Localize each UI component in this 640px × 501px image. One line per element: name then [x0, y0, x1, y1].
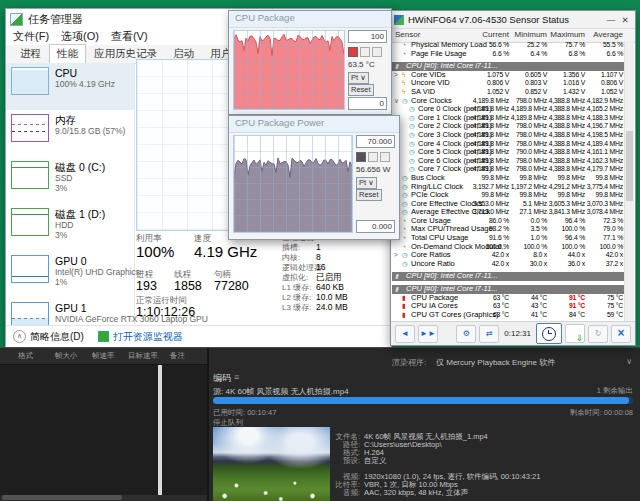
sensor-row[interactable]: >ϟCore VIDs1.075 V0.605 V1.356 V1.107 V [391, 71, 635, 80]
configure-sensors-button[interactable]: ⚙ [456, 325, 476, 343]
minimize-icon[interactable]: — [604, 15, 618, 25]
sensor-row[interactable]: ▮CPU IA Cores63 °C43 °C91 °C75 °C [391, 302, 635, 311]
graph2-pt-button[interactable]: Pt ∨ [356, 177, 377, 189]
sensor-row[interactable]: ◷Core 7 Clock (perf #1)4,189.8 MHz798.0 … [391, 165, 635, 174]
close-sensors-button[interactable]: × [611, 325, 631, 343]
sensor-row[interactable]: ◷Bus Clock99.8 MHz99.8 MHz99.8 MHz99.8 M… [391, 174, 635, 183]
sensor-row[interactable]: ◷Core 4 Clock (perf #1)4,189.8 MHz798.0 … [391, 140, 635, 149]
sensor-row[interactable]: ◷PCIe Clock99.8 MHz99.8 MHz99.8 MHz99.8 … [391, 191, 635, 200]
sensor-row[interactable]: ◔On-Demand Clock Modulat...100.0 %100.0 … [391, 243, 635, 252]
hscroll-thumb[interactable] [2, 495, 122, 500]
queue-col-4[interactable]: 备注 [170, 351, 185, 361]
sensor-name: CPU IA Cores [411, 302, 505, 311]
expand-icon[interactable]: > [394, 251, 398, 260]
report-log-button[interactable] [565, 324, 585, 343]
sensor-section-header[interactable]: CPU [#0]: Intel Core i7-11... [392, 62, 625, 71]
cpu-package-graph-window[interactable]: CPU Package 100 63.5 °C Pt ∨Reset 0 [228, 10, 392, 115]
sidebar-item-disk1[interactable]: 磁盘 1 (D:)HDD3% [6, 204, 134, 251]
sensor-row[interactable]: ▮CPU GT Cores (Graphics)63 °C41 °C84 °C5… [391, 311, 635, 320]
sidebar-item-subtitle: SSD [55, 173, 105, 183]
graph2-option-box2[interactable] [380, 152, 390, 162]
sidebar-item-cpu[interactable]: CPU100% 4.19 GHz [6, 63, 134, 110]
sensor-scrollbar[interactable] [624, 41, 634, 321]
tab-processes[interactable]: 进程 [12, 44, 49, 63]
graph1-max-field[interactable]: 100 [348, 30, 387, 43]
sensor-sync-button[interactable]: ⇄ [479, 325, 499, 343]
sensor-row[interactable]: ◷Average Effective Clock3,713.0 MHz27.1 … [391, 208, 635, 217]
sensor-section-header[interactable]: CPU [#0]: Intel Core i7-11... [392, 285, 625, 294]
sensor-row[interactable]: ◷Core 1 Clock (perf #1)4,189.8 MHz4,189.… [391, 114, 635, 123]
sensor-row[interactable]: ∨◷Core Clocks4,189.8 MHz798.0 MHz4,388.8… [391, 97, 635, 106]
menu-view[interactable]: 查看(V) [111, 30, 148, 42]
sensor-row[interactable]: ◔Total CPU Usage91.6 %1.0 %96.4 %77.1 % [391, 234, 635, 243]
pct-icon: ◔ [402, 50, 406, 59]
sensor-row[interactable]: ◔Max CPU/Thread Usage98.2 %3.5 %100.0 %7… [391, 225, 635, 234]
sensor-row[interactable]: ◔Page File Usage6.6 %6.4 %6.8 %6.6 % [391, 50, 635, 59]
graph1-min-field[interactable]: 0 [348, 97, 387, 110]
col-current[interactable]: Current [482, 30, 509, 39]
queue-col-2[interactable]: 帧速率 [92, 351, 115, 361]
tab-performance[interactable]: 性能 [49, 44, 86, 63]
logging-clock-button[interactable] [536, 323, 562, 344]
chevron-down-icon[interactable]: ∨ [626, 357, 632, 366]
hwinfo-titlebar[interactable]: HWiNFO64 v7.06-4530 Sensor Status — ✕ [391, 11, 635, 29]
sensor-row[interactable]: >◷Core Effective Clocks3,553.0 MHz5.1 MH… [391, 200, 635, 209]
expand-icon[interactable]: > [394, 71, 398, 80]
col-sensor[interactable]: Sensor [395, 30, 420, 39]
sensor-row[interactable]: ◷Core 3 Clock (perf #1)4,189.8 MHz798.0 … [391, 131, 635, 140]
graph2-max-field[interactable]: 70.000 [356, 135, 395, 148]
sensor-row[interactable]: ϟUncore VID0.806 V0.803 V1.016 V0.806 V [391, 79, 635, 88]
panel-menu-icon[interactable]: ≡ [234, 372, 239, 382]
menu-options[interactable]: 选项(O) [61, 30, 99, 42]
nav-back-button[interactable]: ◄ [395, 325, 415, 343]
resource-monitor-link[interactable]: 打开资源监视器 [113, 330, 183, 344]
graph2-option-box[interactable] [368, 152, 378, 162]
col-average[interactable]: Average [593, 30, 623, 39]
cpu-package-power-graph-window[interactable]: CPU Package Power 70.000 56.656 W Pt ∨Re… [228, 115, 400, 240]
menu-file[interactable]: 文件(F) [13, 30, 49, 42]
nav-forward-button[interactable]: ►► [418, 325, 438, 343]
queue-horizontal-scrollbar[interactable] [2, 495, 157, 500]
col-maximum[interactable]: Maximum [550, 30, 585, 39]
clk-icon: ◷ [409, 131, 415, 140]
less-details-link[interactable]: 简略信息(D) [30, 330, 84, 344]
graph1-option-box[interactable] [360, 47, 370, 57]
sensor-row[interactable]: ◷Ring/LLC Clock3,192.7 MHz1,197.2 MHz4,2… [391, 183, 635, 192]
graph1-reset-button[interactable]: Reset [348, 84, 374, 96]
graph1-color-swatch[interactable] [348, 47, 358, 57]
sensor-row[interactable]: >◔Core Usage86.0 %0.0 %96.4 %72.3 % [391, 217, 635, 226]
sidebar-item-gpu0[interactable]: GPU 0Intel(R) UHD Graphics1% [6, 251, 134, 298]
queue-col-3[interactable]: 目标速率 [128, 351, 158, 361]
maximum-value: 4,388.8 MHz [549, 97, 585, 106]
sensor-row[interactable]: ◷Core 2 Clock (perf #1)4,189.8 MHz798.0 … [391, 122, 635, 131]
graph2-reset-button[interactable]: Reset [356, 189, 382, 201]
sidebar-item-disk0[interactable]: 磁盘 0 (C:)SSD3% [6, 157, 134, 204]
sensor-section-header[interactable]: CPU [#0]: Intel Core i7-11... [392, 272, 625, 281]
reset-values-button[interactable]: ↻ [588, 325, 608, 343]
use-icon: ◔ [402, 234, 406, 243]
close-icon[interactable]: ✕ [618, 15, 632, 25]
graph2-color-swatch[interactable] [356, 152, 366, 162]
scrollbar-thumb[interactable] [626, 131, 633, 201]
sensor-row[interactable]: ◷Core 0 Clock (perf #1)4,189.8 MHz4,189.… [391, 105, 635, 114]
queue-vertical-scrollbar[interactable] [158, 365, 162, 495]
sensor-row[interactable]: ◔Physical Memory Load56.6 %25.2 %75.7 %5… [391, 41, 635, 50]
sensor-row[interactable]: ▮CPU Package63 °C44 °C91 °C75 °C [391, 294, 635, 303]
sensor-row[interactable]: >◷Core Ratios42.0 x8.0 x44.0 x42.0 x [391, 251, 635, 260]
graph1-option-box2[interactable] [372, 47, 382, 57]
queue-col-1[interactable]: 帧大小 [55, 351, 78, 361]
sensor-name: Page File Usage [411, 50, 505, 59]
sidebar-item-memory[interactable]: 内存9.0/15.8 GB (57%) [6, 110, 134, 157]
queue-list[interactable] [0, 364, 207, 495]
graph1-pt-button[interactable]: Pt ∨ [348, 72, 369, 84]
expand-icon[interactable]: ∨ [394, 97, 399, 106]
sensor-row[interactable]: ◷Core 5 Clock (perf #1)4,189.8 MHz790.0 … [391, 148, 635, 157]
col-minimum[interactable]: Minimum [515, 30, 547, 39]
average-value: 0.806 V [601, 79, 623, 88]
queue-col-0[interactable]: 格式 [18, 351, 33, 361]
graph2-min-field[interactable]: 0.000 [356, 220, 395, 233]
sensor-row[interactable]: ◷Core 6 Clock (perf #1)4,189.8 MHz798.0 … [391, 157, 635, 166]
sensor-row[interactable]: ◷Uncore Ratio42.0 x30.0 x36.0 x37.2 x [391, 260, 635, 269]
sensor-row[interactable]: ϟSA VID1.052 V0.852 V1.432 V1.052 V [391, 88, 635, 97]
renderer-dropdown[interactable]: 仅 Mercury Playback Engine 软件 [436, 357, 555, 368]
